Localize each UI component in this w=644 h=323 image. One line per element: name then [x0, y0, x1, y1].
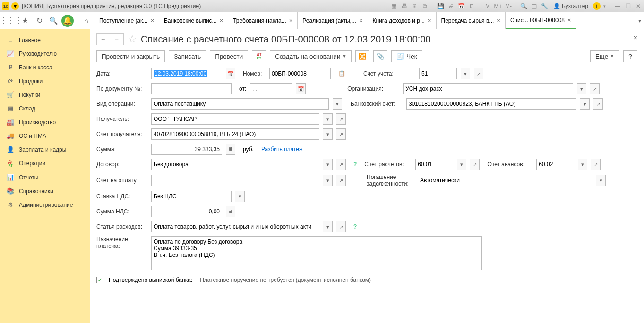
sidebar-item-warehouse[interactable]: ▦Склад [0, 102, 90, 115]
date-input[interactable]: 12.03.2019 18:00:00 [151, 68, 222, 79]
help-icon[interactable]: ? [353, 161, 357, 168]
minimize-icon[interactable]: — [614, 2, 621, 10]
maximize-icon[interactable]: ❐ [624, 2, 632, 10]
print2-icon[interactable]: 🖨 [447, 2, 455, 10]
calculator-icon[interactable]: 🖩 [226, 144, 235, 155]
docdate-input[interactable] [250, 83, 292, 94]
dtkt-button[interactable]: ДтКт [252, 50, 266, 62]
close-tab-icon[interactable]: × [150, 17, 154, 24]
post-close-button[interactable]: Провести и закрыть [96, 50, 165, 62]
sidebar-item-reports[interactable]: 📊Отчеты [0, 170, 90, 184]
dropdown-icon[interactable]: ▾ [596, 175, 606, 186]
dropdown-icon[interactable]: ▾ [457, 159, 466, 170]
sidebar-item-bank[interactable]: ₽Банк и касса [0, 60, 90, 74]
dropdown-icon[interactable]: ▾ [333, 98, 342, 110]
sidebar-item-manager[interactable]: 📈Руководителю [0, 47, 90, 60]
sidebar-item-main[interactable]: ≡Главное [0, 33, 90, 47]
m-icon[interactable]: M [484, 2, 491, 10]
org-input[interactable] [403, 83, 573, 94]
doc-icon[interactable]: 🗎 [411, 2, 419, 10]
recacc-input[interactable] [151, 128, 319, 140]
tab-2[interactable]: Требования-накла...× [228, 12, 298, 29]
dropdown-icon[interactable]: ▾ [323, 113, 333, 125]
bankacc-input[interactable] [406, 98, 576, 110]
close-tab-icon[interactable]: × [289, 17, 293, 24]
close-form-icon[interactable]: × [634, 34, 637, 42]
mminus-icon[interactable]: M- [505, 2, 512, 10]
close-tab-icon[interactable]: × [497, 17, 500, 24]
mplus-icon[interactable]: M+ [494, 2, 502, 10]
apps-grid-icon[interactable]: ⋮⋮⋮ [4, 14, 18, 28]
sidebar-item-purchases[interactable]: 🛒Покупки [0, 88, 90, 102]
open-icon[interactable]: ↗ [591, 159, 601, 170]
sidebar-item-assets[interactable]: 🚚ОС и НМА [0, 129, 90, 143]
sidebar-item-admin[interactable]: ⚙Администрирование [0, 198, 90, 212]
calendar-picker-icon[interactable]: 📅 [296, 83, 306, 94]
info-icon[interactable]: i [593, 2, 601, 10]
attach-button[interactable]: 📎 [373, 50, 387, 62]
open-icon[interactable]: ↗ [590, 83, 600, 94]
optype-input[interactable] [151, 98, 329, 110]
close-tab-icon[interactable]: × [220, 17, 223, 24]
grid-icon[interactable]: ▦ [390, 2, 398, 10]
tab-5[interactable]: Передача сырья в...× [437, 12, 506, 29]
notifications-icon[interactable]: 🔔 [60, 14, 75, 28]
advacc-input[interactable] [536, 159, 574, 170]
help-button[interactable]: ? [623, 50, 637, 62]
vatsum-input[interactable] [151, 206, 222, 217]
dropdown-icon[interactable]: ▾ [580, 98, 590, 110]
open-icon[interactable]: ↗ [593, 98, 603, 110]
sidebar-item-sales[interactable]: 🛍Продажи [0, 74, 90, 88]
purpose-textarea[interactable] [151, 236, 482, 270]
invoice-input[interactable] [151, 175, 319, 186]
open-icon[interactable]: ↗ [336, 113, 346, 125]
contract-input[interactable] [151, 159, 319, 170]
dropdown-icon[interactable]: ▾ [323, 128, 333, 140]
star-icon[interactable]: ☆ [128, 33, 137, 45]
close-tab-icon[interactable]: × [567, 17, 571, 24]
more-button[interactable]: Еще▼ [590, 50, 619, 62]
sidebar-item-catalogs[interactable]: 📚Справочники [0, 184, 90, 198]
check-button[interactable]: 🧾 Чек [391, 50, 422, 62]
app-menu-dropdown[interactable]: ▾ [11, 2, 19, 10]
open-icon[interactable]: ↗ [336, 159, 346, 170]
expense-input[interactable] [151, 221, 319, 232]
dropdown-icon[interactable]: ▾ [461, 68, 470, 79]
save-disk-icon[interactable]: 💾 [437, 2, 445, 10]
sidebar-item-operations[interactable]: ДтКтОперации [0, 156, 90, 170]
dropdown-icon[interactable]: ▾ [323, 175, 333, 186]
panel-icon[interactable]: ◫ [531, 2, 538, 10]
create-based-button[interactable]: Создать на основании▼ [270, 50, 352, 62]
sidebar-item-production[interactable]: 🏭Производство [0, 115, 90, 129]
close-window-icon[interactable]: ✕ [635, 2, 642, 10]
open-icon[interactable]: ↗ [336, 128, 346, 140]
settacc-input[interactable] [415, 159, 453, 170]
favorite-star-icon[interactable]: ★ [18, 14, 32, 28]
history-icon[interactable]: ↻ [32, 14, 46, 28]
sidebar-item-salary[interactable]: 👤Зарплата и кадры [0, 143, 90, 156]
forward-button[interactable]: → [110, 34, 123, 45]
docnum-input[interactable] [151, 83, 232, 94]
back-button[interactable]: ← [97, 34, 110, 45]
open-icon[interactable]: ↗ [474, 68, 483, 79]
dropdown-icon[interactable]: ▾ [578, 159, 587, 170]
open-icon[interactable]: ↗ [470, 159, 480, 170]
dropdown-icon[interactable]: ▾ [577, 83, 586, 94]
save-button[interactable]: Записать [169, 50, 206, 62]
structure-button[interactable]: 🔀 [355, 50, 369, 62]
tool-icon[interactable]: 🔧 [541, 2, 549, 10]
dropdown-icon[interactable]: ▾ [235, 191, 245, 202]
split-payment-link[interactable]: Разбить платеж [261, 146, 303, 153]
calendar-icon[interactable]: 📅 [458, 2, 465, 10]
compare-icon[interactable]: ⧉ [421, 2, 429, 10]
tab-6[interactable]: Спис... 00БП-000008× [506, 12, 576, 29]
close-tab-icon[interactable]: × [428, 17, 431, 24]
user-label[interactable]: 👤Бухгалтер [551, 3, 590, 9]
post-button[interactable]: Провести [210, 50, 248, 62]
open-icon[interactable]: ↗ [336, 175, 346, 186]
calculator-icon[interactable]: 🖩 [226, 206, 235, 217]
dropdown-icon[interactable]: ▾ [323, 221, 333, 232]
print-icon[interactable]: 🖶 [401, 2, 408, 10]
search-icon[interactable]: 🔍 [46, 14, 60, 28]
close-tab-icon[interactable]: × [359, 17, 363, 24]
